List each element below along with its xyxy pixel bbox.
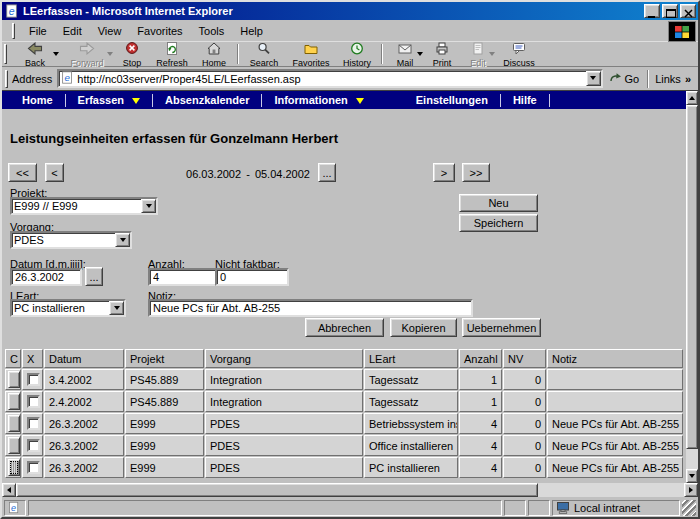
chevron-down-icon bbox=[590, 76, 596, 83]
scroll-up-button[interactable] bbox=[686, 91, 698, 105]
address-field[interactable]: e http://nc03server/Proper45LE/LEerfasse… bbox=[57, 69, 602, 88]
toolbar-grip[interactable] bbox=[12, 23, 15, 39]
minimize-button[interactable] bbox=[644, 4, 660, 18]
nav-hilfe[interactable]: Hilfe bbox=[501, 91, 549, 109]
table-row: 3.4.2002 PS45.889 Integration Tagessatz … bbox=[5, 369, 683, 390]
back-dropdown-icon[interactable] bbox=[53, 52, 59, 59]
address-bar: Address e http://nc03server/Proper45LE/L… bbox=[2, 67, 698, 91]
print-button[interactable]: Print bbox=[424, 42, 460, 66]
svg-text:e: e bbox=[11, 502, 16, 512]
menu-view[interactable]: View bbox=[90, 22, 130, 40]
address-dropdown-button[interactable] bbox=[586, 71, 601, 86]
menu-edit[interactable]: Edit bbox=[55, 22, 90, 40]
row-checkbox[interactable] bbox=[27, 417, 40, 430]
datum-input[interactable] bbox=[10, 268, 82, 286]
close-button[interactable] bbox=[680, 4, 696, 18]
vorgang-select[interactable]: PDES bbox=[10, 231, 132, 249]
records-table: C X Datum Projekt Vorgang LEart Anzahl N… bbox=[4, 348, 684, 479]
chevron-down-icon[interactable] bbox=[141, 199, 156, 213]
row-checkbox[interactable] bbox=[27, 373, 40, 386]
speichern-button[interactable]: Speichern bbox=[459, 214, 538, 232]
site-nav-bar: Home Erfassen Absenzkalender Information… bbox=[2, 91, 686, 109]
period-picker-button[interactable]: ... bbox=[318, 163, 336, 182]
nav-erfassen[interactable]: Erfassen bbox=[66, 91, 152, 109]
links-more-chevron[interactable]: » bbox=[685, 73, 691, 85]
nav-absenzkalender[interactable]: Absenzkalender bbox=[153, 91, 261, 109]
arrow-right-icon bbox=[689, 487, 696, 493]
toolbar-separator bbox=[381, 44, 383, 64]
vertical-scrollbar[interactable] bbox=[686, 91, 698, 483]
stop-button[interactable]: Stop bbox=[114, 42, 150, 66]
status-bar: e Local intranet bbox=[2, 499, 698, 517]
row-select-button[interactable] bbox=[8, 437, 20, 454]
abbrechen-button[interactable]: Abbrechen bbox=[305, 318, 384, 337]
page-title: Leistungseinheiten erfassen für Gonzelma… bbox=[10, 131, 338, 146]
windows-flag-throbber bbox=[668, 21, 696, 42]
history-icon bbox=[350, 41, 364, 59]
dropdown-arrow-icon bbox=[356, 98, 364, 108]
menu-favorites[interactable]: Favorites bbox=[129, 22, 190, 40]
refresh-button[interactable]: Refresh bbox=[150, 42, 194, 66]
favorites-button[interactable]: Favorites bbox=[286, 42, 336, 66]
row-select-button-focused[interactable] bbox=[8, 459, 20, 476]
nav-einstellungen[interactable]: Einstellungen bbox=[404, 91, 500, 109]
horizontal-scroll-thumb[interactable] bbox=[16, 483, 538, 497]
address-url: http://nc03server/Proper45LE/LEerfassen.… bbox=[77, 73, 585, 85]
menu-help[interactable]: Help bbox=[232, 22, 271, 40]
toolbar-separator bbox=[647, 70, 649, 88]
nav-home[interactable]: Home bbox=[10, 91, 65, 109]
page-content: Home Erfassen Absenzkalender Information… bbox=[2, 91, 686, 483]
row-select-button[interactable] bbox=[8, 415, 20, 432]
toolbar-grip[interactable] bbox=[5, 70, 8, 88]
scroll-down-button[interactable] bbox=[686, 469, 698, 483]
row-select-button[interactable] bbox=[8, 393, 20, 410]
period-first-button[interactable]: << bbox=[8, 163, 37, 182]
links-bar[interactable]: Links » bbox=[651, 73, 695, 85]
security-zone-panel: Local intranet bbox=[552, 500, 680, 516]
home-button[interactable]: Home bbox=[194, 42, 234, 66]
period-last-button[interactable]: >> bbox=[462, 163, 490, 182]
nav-informationen[interactable]: Informationen bbox=[262, 91, 375, 109]
nicht-faktbar-input[interactable] bbox=[215, 268, 289, 286]
col-header-leart: LEart bbox=[364, 349, 458, 368]
mail-dropdown-icon[interactable] bbox=[417, 52, 423, 59]
mail-icon bbox=[398, 41, 413, 59]
go-button[interactable]: Go bbox=[603, 69, 646, 89]
row-checkbox[interactable] bbox=[27, 439, 40, 452]
toolbar-grip[interactable] bbox=[4, 44, 7, 64]
back-button[interactable]: Back bbox=[10, 42, 60, 66]
period-prev-button[interactable]: < bbox=[45, 163, 64, 182]
period-range: 06.03.2002 - 05.04.2002 bbox=[182, 168, 314, 180]
table-header-row: C X Datum Projekt Vorgang LEart Anzahl N… bbox=[5, 349, 683, 368]
period-next-button[interactable]: > bbox=[433, 163, 455, 182]
forward-dropdown-icon bbox=[107, 52, 113, 59]
history-button[interactable]: History bbox=[336, 42, 378, 66]
discuss-button[interactable]: Discuss bbox=[496, 42, 542, 66]
arrow-down-icon bbox=[689, 474, 695, 481]
row-select-button[interactable] bbox=[8, 371, 20, 388]
datum-picker-button[interactable]: ... bbox=[85, 267, 103, 286]
maximize-button[interactable] bbox=[662, 4, 678, 18]
notiz-input[interactable] bbox=[148, 299, 473, 317]
menu-file[interactable]: File bbox=[21, 22, 55, 40]
resize-grip[interactable] bbox=[682, 500, 696, 516]
search-button[interactable]: Search bbox=[242, 42, 286, 66]
security-zone-label: Local intranet bbox=[574, 502, 640, 514]
projekt-select[interactable]: E999 // E999 bbox=[10, 197, 158, 215]
col-header-anzahl: Anzahl bbox=[459, 349, 502, 368]
uebernehmen-button[interactable]: Uebernehmen bbox=[462, 318, 541, 337]
row-checkbox[interactable] bbox=[27, 395, 40, 408]
mail-button[interactable]: Mail bbox=[386, 42, 424, 66]
menu-tools[interactable]: Tools bbox=[191, 22, 233, 40]
scroll-left-button[interactable] bbox=[2, 483, 16, 497]
row-checkbox[interactable] bbox=[27, 461, 40, 474]
neu-button[interactable]: Neu bbox=[459, 194, 538, 212]
vertical-scroll-thumb[interactable] bbox=[686, 105, 698, 449]
chevron-down-icon[interactable] bbox=[109, 301, 124, 315]
anzahl-input[interactable] bbox=[148, 268, 218, 286]
kopieren-button[interactable]: Kopieren bbox=[390, 318, 457, 337]
leart-select[interactable]: PC installieren bbox=[10, 299, 126, 317]
chevron-down-icon[interactable] bbox=[115, 233, 130, 247]
horizontal-scrollbar[interactable] bbox=[2, 483, 698, 497]
scroll-right-button[interactable] bbox=[684, 483, 698, 497]
